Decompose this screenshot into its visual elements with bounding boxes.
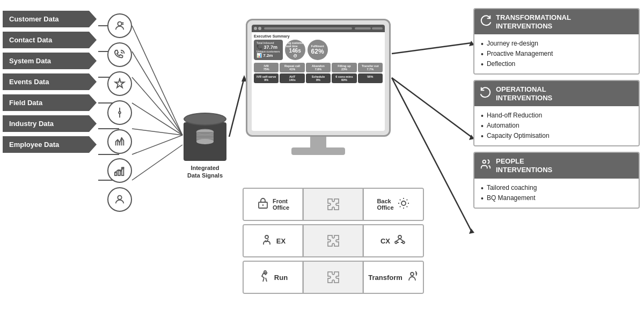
operational-body: • Hand-off Reduction • Automation • Capa…: [474, 106, 639, 145]
grid-repeat: Repeat call41%: [280, 63, 304, 72]
run-icon: [258, 270, 271, 285]
puzzle1-cell: [304, 189, 363, 220]
operational-title: OPERATIONALINTERVENTIONS: [496, 85, 552, 102]
item-automation: • Automation: [481, 121, 632, 131]
run-cell: Run: [244, 262, 303, 293]
monitor-stats: Total Inbound 📞 37.7m Unique customers 📊…: [254, 40, 383, 60]
svg-line-53: [400, 239, 404, 241]
puzzle2-cell: [304, 225, 363, 256]
transformational-title: TRANSFORMATIONALINTERVENTIONS: [496, 13, 571, 30]
svg-point-36: [118, 196, 121, 200]
grid-filling: Filling up23%: [332, 63, 356, 72]
cx-cell: CX: [364, 225, 423, 256]
transform-cell: Transform: [364, 262, 423, 293]
bullet-handoff: •: [481, 112, 484, 120]
cx-label: CX: [380, 237, 390, 245]
industry-data-label: Industry Data: [3, 115, 97, 132]
svg-line-18: [392, 78, 471, 137]
ex-cx-row: EX CX: [243, 224, 424, 257]
svg-point-49: [402, 241, 405, 243]
svg-point-55: [411, 272, 414, 276]
front-back-office-row: FrontOffice BackOffice: [243, 188, 424, 221]
monitor-grid: IVR75% Repeat call41% Abandon7.6% Fillin…: [254, 63, 383, 83]
integrated-data-signals: Integrated Data Signals: [184, 113, 226, 180]
contact-data-label: Contact Data: [3, 32, 97, 48]
svg-marker-21: [469, 228, 474, 234]
monitor: Executive Summary Total Inbound 📞 37.7m …: [246, 19, 391, 155]
svg-line-13: [132, 145, 182, 180]
bullet-journey: •: [481, 40, 484, 48]
monitor-screen: Executive Summary Total Inbound 📞 37.7m …: [252, 25, 385, 131]
item-deflection: • Deflection: [481, 59, 632, 69]
back-office-icon: [397, 197, 410, 212]
bullet-proactive: •: [481, 50, 484, 58]
svg-point-39: [196, 139, 214, 144]
field-data-label: Field Data: [3, 94, 97, 111]
monitor-stand-neck: [310, 137, 326, 147]
system-icon: [107, 71, 132, 96]
front-office-icon: [257, 197, 269, 212]
contact-icon: [107, 42, 132, 67]
bottom-boxes: FrontOffice BackOffice: [243, 188, 424, 294]
grid-abandon: Abandon7.6%: [306, 63, 331, 72]
bullet-bq: •: [481, 195, 484, 202]
people-icon: [480, 158, 492, 173]
run-transform-row: Run Transform: [243, 261, 424, 294]
transformational-body: • Journey re-design • Proactive Manageme…: [474, 34, 639, 73]
system-data-label: System Data: [3, 53, 97, 69]
exec-summary-label: Executive Summary: [254, 34, 383, 38]
customer-icon: [107, 13, 132, 38]
transform-label: Transform: [368, 274, 402, 282]
grid-ivr: IVR75%: [254, 63, 279, 72]
front-office-cell: FrontOffice: [244, 189, 303, 220]
monitor-titlebar: [252, 25, 385, 32]
svg-point-25: [119, 112, 121, 114]
ex-label: EX: [276, 237, 286, 245]
monitor-content: Executive Summary Total Inbound 📞 37.7m …: [252, 32, 385, 131]
industry-icon: [107, 158, 132, 183]
svg-line-12: [132, 135, 182, 154]
grid-cons-mins: 6 cons-mins60%: [332, 73, 356, 83]
svg-line-16: [392, 43, 471, 54]
item-journey: • Journey re-design: [481, 39, 632, 49]
monitor-screen-outer: Executive Summary Total Inbound 📞 37.7m …: [246, 19, 391, 137]
item-bq: • BQ Management: [481, 193, 632, 203]
grid-aht: AHT140s: [280, 73, 304, 83]
data-sources: Customer Data Contact Data System Data E…: [3, 11, 97, 153]
svg-rect-33: [115, 173, 117, 176]
stat-fulfilment: Fulfilment 62%: [308, 40, 328, 60]
bullet-automation: •: [481, 122, 484, 130]
grid-transfer: Transfer out7.7%: [358, 63, 383, 72]
operational-header: OPERATIONALINTERVENTIONS: [474, 81, 639, 106]
svg-line-14: [229, 78, 244, 137]
svg-line-9: [132, 77, 182, 135]
front-office-label: FrontOffice: [273, 198, 289, 211]
back-office-label: BackOffice: [377, 198, 393, 211]
events-data-label: Events Data: [3, 73, 97, 90]
transformational-icon: [480, 14, 492, 29]
stat-total-inbound: Total Inbound 📞 37.7m Unique customers 📊…: [254, 40, 283, 60]
bullet-coaching: •: [481, 184, 484, 192]
svg-point-54: [264, 271, 266, 273]
bullet-capacity: •: [481, 132, 484, 140]
employee-data-label: Employee Data: [3, 136, 97, 153]
run-label: Run: [274, 274, 288, 282]
back-office-cell: BackOffice: [364, 189, 423, 220]
svg-point-46: [265, 235, 268, 239]
grid-self-serve: IVR self-serve9%: [254, 73, 279, 83]
data-icons: [107, 13, 132, 212]
svg-line-52: [396, 239, 400, 241]
grid-last: 58%: [358, 73, 383, 83]
svg-point-48: [395, 241, 397, 243]
svg-line-7: [132, 26, 182, 135]
svg-line-11: [132, 129, 182, 135]
svg-point-22: [118, 22, 121, 26]
puzzle3-cell: [304, 262, 363, 293]
people-body: • Tailored coaching • BQ Management: [474, 179, 639, 208]
field-icon: [107, 129, 132, 154]
grid-schedule: Schedule8%: [306, 73, 331, 83]
events-icon: [107, 100, 132, 125]
people-title: PEOPLEINTERVENTIONS: [496, 157, 552, 174]
bullet-deflection: •: [481, 61, 484, 68]
ex-cell: EX: [244, 225, 303, 256]
